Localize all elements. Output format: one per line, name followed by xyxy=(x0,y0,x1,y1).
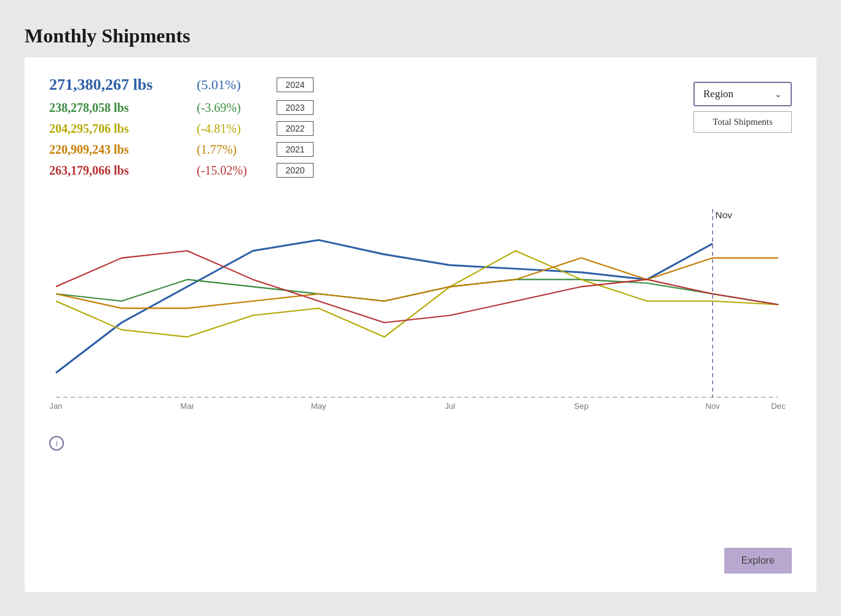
stats-area: 271,380,267 lbs(5.01%)2024238,278,058 lb… xyxy=(49,76,314,178)
stat-row: 204,295,706 lbs(-4.81%)2022 xyxy=(49,121,314,136)
line-chart: NovJanMarMayJulSepNovDec xyxy=(49,196,792,430)
total-shipments-label: Total Shipments xyxy=(693,111,792,133)
chevron-down-icon: ⌄ xyxy=(775,89,782,100)
year-badge[interactable]: 2024 xyxy=(277,77,314,92)
chart-area: NovJanMarMayJulSepNovDec xyxy=(49,196,792,430)
svg-text:Mar: Mar xyxy=(180,401,194,411)
info-icon[interactable]: i xyxy=(49,436,64,451)
svg-text:Jul: Jul xyxy=(445,401,456,411)
year-badge[interactable]: 2022 xyxy=(277,121,314,136)
stat-pct: (-15.02%) xyxy=(197,164,264,178)
stat-pct: (5.01%) xyxy=(197,77,264,93)
top-section: 271,380,267 lbs(5.01%)2024238,278,058 lb… xyxy=(49,76,792,178)
stat-pct: (-3.69%) xyxy=(197,101,264,115)
year-badge[interactable]: 2020 xyxy=(277,163,314,178)
main-card: 271,380,267 lbs(5.01%)2024238,278,058 lb… xyxy=(25,57,816,592)
page-title: Monthly Shipments xyxy=(25,25,816,47)
info-row: i xyxy=(49,436,792,451)
stat-value: 263,179,066 lbs xyxy=(49,164,184,178)
stat-pct: (1.77%) xyxy=(197,143,264,157)
stat-value: 271,380,267 lbs xyxy=(49,76,184,94)
stat-value: 220,909,243 lbs xyxy=(49,143,184,157)
region-dropdown[interactable]: Region ⌄ xyxy=(693,82,792,106)
stat-row: 271,380,267 lbs(5.01%)2024 xyxy=(49,76,314,94)
explore-button[interactable]: Explore xyxy=(724,548,792,574)
region-label: Region xyxy=(703,88,733,100)
svg-text:Nov: Nov xyxy=(706,401,721,411)
page-wrapper: Monthly Shipments 271,380,267 lbs(5.01%)… xyxy=(12,12,829,616)
stat-value: 238,278,058 lbs xyxy=(49,101,184,115)
stat-pct: (-4.81%) xyxy=(197,122,264,136)
stat-row: 238,278,058 lbs(-3.69%)2023 xyxy=(49,100,314,115)
stat-value: 204,295,706 lbs xyxy=(49,122,184,136)
stat-row: 220,909,243 lbs(1.77%)2021 xyxy=(49,142,314,157)
right-controls: Region ⌄ Total Shipments xyxy=(693,82,792,133)
svg-text:Nov: Nov xyxy=(716,210,733,220)
svg-text:May: May xyxy=(311,401,326,411)
year-badge[interactable]: 2023 xyxy=(277,100,314,115)
svg-text:Jan: Jan xyxy=(49,401,62,411)
year-badge[interactable]: 2021 xyxy=(277,142,314,157)
svg-text:Sep: Sep xyxy=(574,401,588,411)
stat-row: 263,179,066 lbs(-15.02%)2020 xyxy=(49,163,314,178)
svg-text:Dec: Dec xyxy=(771,401,786,411)
